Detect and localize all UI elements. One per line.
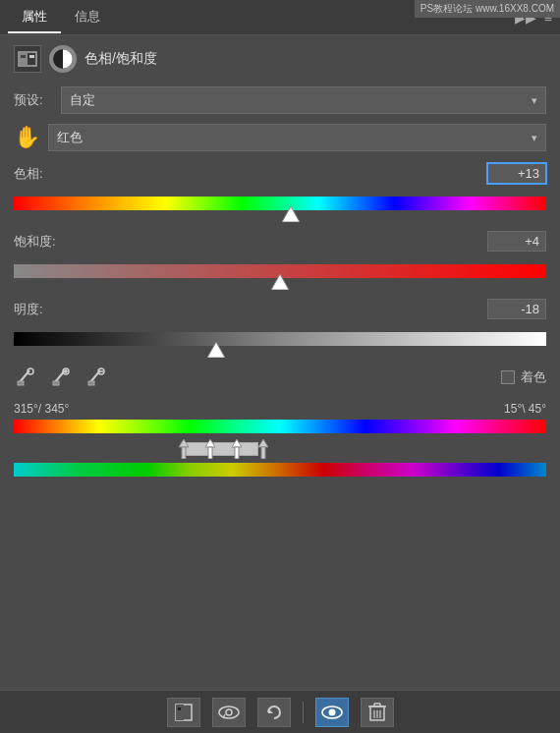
reset-button[interactable] — [257, 698, 291, 727]
hue-label: 色相: — [14, 165, 43, 183]
svg-rect-17 — [88, 381, 94, 385]
svg-point-36 — [328, 708, 335, 715]
colorize-label: 着色 — [521, 368, 546, 386]
hue-thumb[interactable] — [282, 206, 300, 222]
eyedropper-row: 着色 — [14, 366, 546, 388]
range-labels: 315°/ 345° 15°\ 45° — [14, 402, 546, 416]
range-right-label: 15°\ 45° — [504, 402, 546, 416]
bottom-toolbar — [0, 690, 560, 733]
view-icon — [218, 705, 240, 720]
svg-rect-30 — [178, 707, 181, 710]
saturation-header: 饱和度: +4 — [14, 231, 546, 252]
chevron-down-icon2: ▾ — [532, 132, 537, 144]
lightness-label: 明度: — [14, 301, 43, 318]
saturation-section: 饱和度: +4 — [14, 231, 546, 285]
svg-marker-7 — [207, 342, 225, 358]
view-button[interactable] — [212, 698, 246, 727]
colorize-area: 着色 — [501, 368, 546, 386]
eyedropper1-icon[interactable] — [14, 366, 35, 388]
svg-rect-9 — [18, 381, 24, 385]
svg-marker-20 — [179, 439, 189, 447]
adjustment-layer-icon — [18, 51, 37, 67]
range-handle-left[interactable] — [179, 439, 189, 462]
svg-point-32 — [226, 709, 232, 715]
svg-marker-34 — [268, 708, 273, 713]
range-handle-right[interactable] — [258, 439, 268, 462]
svg-rect-29 — [176, 705, 184, 720]
preset-value: 自定 — [70, 91, 95, 109]
svg-point-31 — [219, 706, 239, 718]
spectrum-bar-top — [14, 420, 546, 433]
svg-rect-1 — [19, 52, 28, 66]
eyedropper3-icon[interactable] — [84, 366, 106, 388]
tab-properties[interactable]: 属性 — [8, 2, 61, 33]
tab-info[interactable]: 信息 — [61, 2, 114, 33]
svg-rect-23 — [208, 447, 212, 459]
hue-section: 色相: +13 — [14, 163, 546, 217]
range-left-label: 315°/ 345° — [14, 402, 69, 416]
eye-icon — [321, 705, 343, 720]
top-spectrum-track[interactable] — [14, 420, 546, 433]
panel-circle-icon — [49, 45, 77, 73]
trash-icon — [368, 703, 386, 722]
panel: 色相/饱和度 预设: 自定 ▾ ✋ 红色 ▾ 色相: +13 — [0, 35, 560, 492]
svg-marker-24 — [232, 439, 242, 447]
watermark-text: PS教程论坛 www.16XX8.COM — [420, 2, 554, 16]
svg-rect-27 — [261, 447, 265, 459]
spectrum-bar-bottom — [14, 463, 546, 477]
hue-header: 色相: +13 — [14, 163, 546, 184]
mask-icon — [174, 703, 194, 722]
preset-dropdown[interactable]: 自定 ▾ — [61, 86, 546, 114]
lightness-track[interactable] — [14, 332, 546, 346]
saturation-slider-container — [14, 257, 546, 285]
toolbar-divider — [303, 702, 304, 723]
circle-half-icon — [52, 48, 74, 70]
svg-marker-5 — [282, 206, 300, 222]
hue-slider-container — [14, 190, 546, 217]
lightness-section: 明度: -18 — [14, 299, 546, 353]
svg-marker-22 — [205, 439, 215, 447]
channel-dropdown[interactable]: 红色 ▾ — [48, 124, 546, 151]
range-handle-center-left[interactable] — [205, 439, 215, 462]
bottom-spectrum-track[interactable] — [14, 463, 546, 477]
saturation-track[interactable] — [14, 264, 546, 278]
eyedropper2-icon[interactable] — [49, 366, 71, 388]
svg-rect-12 — [53, 381, 59, 385]
range-handle-center-right[interactable] — [232, 439, 242, 462]
lightness-slider-container — [14, 325, 546, 353]
reset-icon — [264, 703, 284, 722]
panel-title: 色相/饱和度 — [84, 50, 157, 68]
channel-value: 红色 — [57, 129, 83, 146]
hue-track[interactable] — [14, 197, 546, 210]
saturation-value[interactable]: +4 — [487, 231, 546, 252]
svg-marker-26 — [258, 439, 268, 447]
hand-icon[interactable]: ✋ — [14, 125, 40, 150]
saturation-label: 饱和度: — [14, 233, 56, 251]
lightness-thumb[interactable] — [207, 342, 225, 358]
chevron-down-icon: ▾ — [532, 94, 537, 107]
delete-button[interactable] — [361, 698, 394, 727]
lightness-header: 明度: -18 — [14, 299, 546, 319]
svg-marker-6 — [271, 274, 289, 290]
watermark-bar: PS教程论坛 www.16XX8.COM — [415, 0, 560, 18]
range-handle-bar — [14, 439, 546, 459]
visibility-button[interactable] — [315, 698, 349, 727]
mask-button[interactable] — [167, 698, 200, 727]
svg-rect-3 — [29, 55, 34, 58]
saturation-thumb[interactable] — [271, 274, 289, 290]
panel-header: 色相/饱和度 — [14, 45, 546, 73]
panel-icon-box — [14, 45, 41, 73]
hue-value[interactable]: +13 — [487, 163, 546, 184]
preset-label: 预设: — [14, 91, 61, 109]
svg-rect-21 — [182, 447, 186, 459]
channel-row: ✋ 红色 ▾ — [14, 124, 546, 151]
range-zone — [184, 442, 258, 456]
lightness-value[interactable]: -18 — [487, 299, 546, 319]
preset-row: 预设: 自定 ▾ — [14, 86, 546, 114]
svg-rect-2 — [21, 55, 26, 58]
colorize-checkbox[interactable] — [501, 370, 515, 384]
svg-rect-25 — [235, 447, 239, 459]
